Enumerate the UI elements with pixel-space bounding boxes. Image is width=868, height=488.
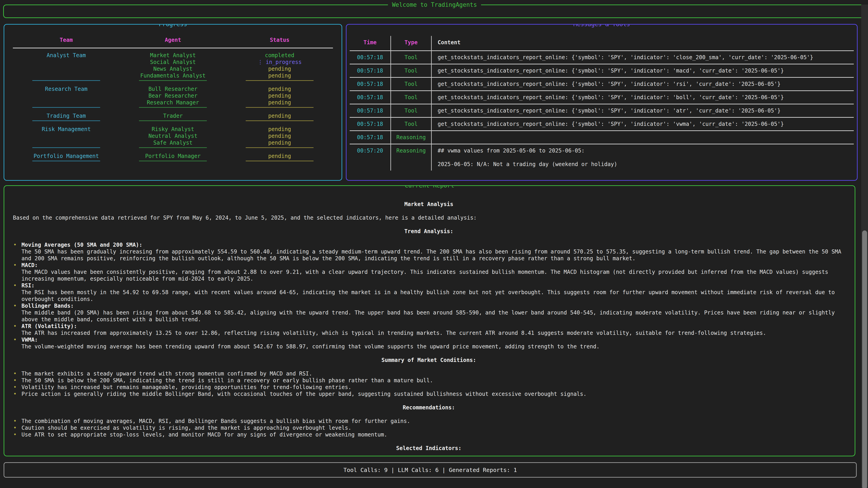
agent-name: Research Manager (120, 99, 226, 106)
agent-name: Portfolio Manager (120, 153, 226, 160)
top-row: Progress TeamAgentStatusAnalyst TeamMark… (4, 24, 858, 181)
progress-panel: Progress TeamAgentStatusAnalyst TeamMark… (4, 24, 342, 181)
agent-name: Bull Researcher (120, 86, 226, 92)
bullet-icon: • (13, 282, 22, 302)
bullet-text: Moving Averages (50 SMA and 200 SMA):The… (22, 241, 845, 262)
bullet-body: The RSI has been mostly in the 54.92 to … (22, 289, 845, 302)
agent-name: Social Analyst (120, 59, 226, 66)
progress-panel-title: Progress (155, 24, 191, 28)
bullet-body: The 50 SMA is below the 200 SMA, indicat… (22, 377, 845, 384)
message-content: get_stockstats_indicators_report_online:… (431, 51, 854, 64)
bullet-term: Bollinger Bands: (22, 302, 845, 309)
message-time: 00:57:20 (350, 144, 391, 170)
message-type: Reasoning (391, 144, 431, 170)
bullet-text: RSI:The RSI has been mostly in the 54.92… (22, 282, 845, 302)
report-bullet: •Caution should be exercised as volatili… (13, 424, 845, 431)
welcome-panel: Welcome to TradingAgents (3, 4, 866, 18)
bullet-text: ATR (Volatility):The ATR has increased f… (22, 323, 845, 336)
bullet-body: The middle band (20 SMA) has been rising… (22, 309, 845, 323)
report-bullet: •ATR (Volatility):The ATR has increased … (13, 323, 845, 336)
report-bullet: •VWMA:The volume-weighted moving average… (13, 336, 845, 350)
message-time: 00:57:18 (350, 117, 391, 130)
bullet-body: The combination of moving averages, MACD… (22, 418, 845, 424)
message-time: 00:57:18 (350, 130, 391, 144)
agent-name: Fundamentals Analyst (120, 72, 226, 79)
message-time: 00:57:18 (350, 51, 391, 64)
report-bullet: •The combination of moving averages, MAC… (13, 418, 845, 424)
bullet-text: The market exhibits a steady upward tren… (22, 370, 845, 377)
app-title: Welcome to TradingAgents (388, 1, 481, 8)
bullet-text: Bollinger Bands:The middle band (20 SMA)… (22, 302, 845, 323)
group-separator (13, 161, 333, 166)
bullet-text: VWMA:The volume-weighted moving average … (22, 336, 845, 350)
message-content (431, 130, 854, 144)
status-pending: pending (226, 99, 333, 106)
group-separator (13, 147, 333, 153)
status-pending: pending (226, 86, 333, 92)
bullet-icon: • (13, 323, 22, 336)
bullet-body: The ATR has increased from approximately… (22, 330, 845, 336)
status-bar: Tool Calls: 9 | LLM Calls: 6 | Generated… (4, 462, 857, 478)
agent-name: Safe Analyst (120, 139, 226, 146)
column-header-type: Type (391, 36, 431, 51)
scrollbar-track[interactable] (861, 4, 868, 488)
bullet-body: Price action is generally riding the mid… (22, 391, 845, 397)
report-heading: Trend Analysis: (13, 228, 845, 235)
message-type: Tool (391, 64, 431, 77)
report-panel: Current Report Market AnalysisBased on t… (4, 185, 855, 456)
message-time: 00:57:18 (350, 90, 391, 104)
bullet-icon: • (13, 302, 22, 323)
status-bar-text: Tool Calls: 9 | LLM Calls: 6 | Generated… (343, 467, 517, 473)
agent-name: Trader (120, 112, 226, 119)
agent-name: Neutral Analyst (120, 133, 226, 139)
report-bullet: •RSI:The RSI has been mostly in the 54.9… (13, 282, 845, 302)
progress-group: Trading TeamTraderpending (13, 112, 333, 119)
message-type: Tool (391, 90, 431, 104)
status-in_progress: ⋮in_progress (226, 59, 333, 66)
bullet-term: Moving Averages (50 SMA and 200 SMA): (22, 241, 845, 248)
bullet-text: The 50 SMA is below the 200 SMA, indicat… (22, 377, 845, 384)
scrollbar-thumb[interactable] (862, 230, 867, 488)
bullet-text: The combination of moving averages, MACD… (22, 418, 845, 424)
status-pending: pending (226, 153, 333, 160)
bullet-icon: • (13, 370, 22, 377)
progress-group: Portfolio ManagementPortfolio Managerpen… (13, 153, 333, 160)
message-content: get_stockstats_indicators_report_online:… (431, 90, 854, 104)
message-type: Tool (391, 104, 431, 117)
bullet-icon: • (13, 262, 22, 282)
team-name: Analyst Team (13, 52, 120, 59)
messages-table: TimeTypeContent00:57:18Toolget_stockstat… (350, 36, 854, 170)
report-heading: Selected Indicators: (13, 445, 845, 452)
bullet-icon: • (13, 391, 22, 397)
bullet-icon: • (13, 431, 22, 438)
bullet-text: Price action is generally riding the mid… (22, 391, 845, 397)
group-separator (13, 80, 333, 86)
agent-name: Risky Analyst (120, 126, 226, 133)
progress-header-row: TeamAgentStatus (13, 37, 333, 48)
progress-group: Research TeamBull ResearcherBear Researc… (13, 86, 333, 106)
status-pending: pending (226, 72, 333, 79)
team-name: Research Team (13, 86, 120, 92)
progress-table: TeamAgentStatusAnalyst TeamMarket Analys… (13, 37, 333, 166)
spinner-icon: ⋮ (258, 59, 263, 65)
message-time: 00:57:18 (350, 77, 391, 90)
report-panel-title: Current Report (401, 185, 458, 189)
messages-panel: Messages & Tools TimeTypeContent00:57:18… (346, 24, 858, 181)
bullet-icon: • (13, 418, 22, 424)
message-type: Tool (391, 117, 431, 130)
column-header-time: Time (350, 36, 391, 51)
status-pending: pending (226, 66, 333, 72)
bullet-body: Caution should be exercised as volatilit… (22, 424, 845, 431)
bullet-icon: • (13, 336, 22, 350)
team-name: Trading Team (13, 112, 120, 119)
bullet-body: The 50 SMA has been gradually increasing… (22, 248, 845, 262)
message-type: Reasoning (391, 130, 431, 144)
column-header-status: Status (226, 37, 333, 43)
column-header-content: Content (431, 36, 854, 51)
bullet-icon: • (13, 424, 22, 431)
bullet-body: Volatility has increased but remains man… (22, 384, 845, 391)
message-type: Tool (391, 77, 431, 90)
agent-name: News Analyst (120, 66, 226, 72)
bullet-body: The market exhibits a steady upward tren… (22, 370, 845, 377)
message-content: get_stockstats_indicators_report_online:… (431, 104, 854, 117)
